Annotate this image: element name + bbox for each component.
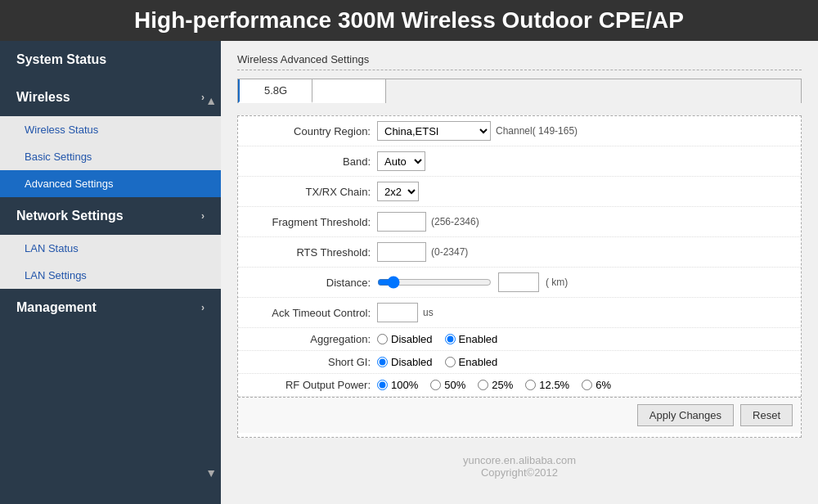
sidebar-item-network-settings[interactable]: Network Settings › bbox=[0, 197, 221, 235]
short-gi-enabled-label: Enabled bbox=[459, 356, 498, 368]
rf-25-option[interactable]: 25% bbox=[478, 379, 513, 391]
section-title: Wireless Advanced Settings bbox=[237, 53, 802, 70]
scroll-up-icon: ▲ bbox=[205, 94, 217, 107]
rf-6-option[interactable]: 6% bbox=[582, 379, 611, 391]
short-gi-disabled-label: Disabled bbox=[391, 356, 433, 368]
channel-hint: Channel( 149-165) bbox=[496, 125, 578, 137]
reset-button[interactable]: Reset bbox=[740, 404, 793, 426]
txrx-row: TX/RX Chain: 2x2 1x1 bbox=[238, 177, 801, 207]
sidebar-item-lan-settings[interactable]: LAN Settings bbox=[0, 262, 221, 289]
rf-50-radio[interactable] bbox=[430, 380, 441, 390]
sidebar-item-basic-settings[interactable]: Basic Settings bbox=[0, 143, 221, 170]
wireless-submenu: Wireless Status Basic Settings Advanced … bbox=[0, 116, 221, 197]
sidebar-item-lan-status[interactable]: LAN Status bbox=[0, 235, 221, 262]
watermark-text: yuncore.en.alibaba.com bbox=[237, 454, 802, 466]
fragment-row: Fragment Threshold: 2346 (256-2346) bbox=[238, 207, 801, 237]
rf-power-label: RF Output Power: bbox=[246, 379, 377, 391]
aggregation-disabled-radio[interactable] bbox=[377, 334, 388, 344]
short-gi-enabled-option[interactable]: Enabled bbox=[445, 356, 498, 368]
sidebar-item-management[interactable]: Management › bbox=[0, 289, 221, 326]
country-region-select[interactable]: China,ETSI United States,FCC bbox=[377, 121, 491, 141]
rf-12-option[interactable]: 12.5% bbox=[525, 379, 569, 391]
rf-25-radio[interactable] bbox=[478, 380, 488, 390]
distance-input[interactable]: 3.2 bbox=[498, 272, 539, 292]
rts-control: 2347 (0-2347) bbox=[377, 242, 793, 262]
short-gi-label: Short GI: bbox=[246, 356, 377, 368]
short-gi-control: Disabled Enabled bbox=[377, 356, 793, 368]
tab-bar: 5.8G bbox=[237, 79, 802, 103]
form-area: Country Region: China,ETSI United States… bbox=[237, 115, 802, 438]
sidebar-system-status-label: System Status bbox=[16, 52, 106, 67]
scroll-down-icon: ▼ bbox=[205, 466, 217, 479]
lan-status-label: LAN Status bbox=[25, 242, 79, 254]
rf-50-label: 50% bbox=[444, 379, 465, 391]
advanced-settings-label: Advanced Settings bbox=[25, 178, 113, 190]
rf-power-row: RF Output Power: 100% 50% 25 bbox=[238, 374, 801, 397]
fragment-control: 2346 (256-2346) bbox=[377, 212, 793, 232]
sidebar: ▲ System Status Wireless › Wireless Stat… bbox=[0, 41, 221, 504]
txrx-label: TX/RX Chain: bbox=[246, 186, 377, 198]
content-area: Wireless Advanced Settings 5.8G Country … bbox=[221, 41, 818, 504]
rf-12-radio[interactable] bbox=[525, 380, 536, 390]
short-gi-disabled-option[interactable]: Disabled bbox=[377, 356, 433, 368]
aggregation-row: Aggregation: Disabled Enabled bbox=[238, 328, 801, 351]
network-submenu: LAN Status LAN Settings bbox=[0, 235, 221, 289]
rts-label: RTS Threshold: bbox=[246, 246, 377, 259]
country-region-label: Country Region: bbox=[246, 125, 377, 137]
rf-100-option[interactable]: 100% bbox=[377, 379, 418, 391]
rf-6-radio[interactable] bbox=[582, 380, 592, 390]
sidebar-network-label: Network Settings bbox=[16, 209, 124, 223]
txrx-control: 2x2 1x1 bbox=[377, 182, 793, 201]
ack-input[interactable]: 64 bbox=[377, 303, 418, 322]
rf-radio-group: 100% 50% 25% 12.5% bbox=[377, 379, 611, 391]
rf-50-option[interactable]: 50% bbox=[430, 379, 465, 391]
short-gi-radio-group: Disabled Enabled bbox=[377, 356, 497, 368]
aggregation-enabled-option[interactable]: Enabled bbox=[445, 333, 498, 345]
txrx-select[interactable]: 2x2 1x1 bbox=[377, 182, 419, 201]
wireless-status-label: Wireless Status bbox=[25, 124, 98, 136]
aggregation-enabled-radio[interactable] bbox=[445, 334, 456, 344]
band-row: Band: Auto 11a 11n 11an bbox=[238, 146, 801, 177]
ack-row: Ack Timeout Control: 64 us bbox=[238, 298, 801, 328]
copyright-text: Copyright©2012 bbox=[237, 466, 802, 479]
sidebar-item-wireless[interactable]: Wireless › bbox=[0, 79, 221, 116]
rf-6-label: 6% bbox=[596, 379, 611, 391]
ack-control: 64 us bbox=[377, 303, 793, 322]
tab-2[interactable] bbox=[312, 79, 386, 103]
sidebar-item-system-status[interactable]: System Status bbox=[0, 41, 221, 79]
apply-button[interactable]: Apply Changes bbox=[637, 404, 734, 426]
chevron-right-icon: › bbox=[201, 92, 204, 103]
rts-hint: (0-2347) bbox=[431, 246, 468, 258]
distance-unit: ( km) bbox=[546, 277, 568, 288]
tab-2-label bbox=[337, 84, 361, 97]
aggregation-label: Aggregation: bbox=[246, 333, 377, 345]
ack-label: Ack Timeout Control: bbox=[246, 307, 377, 319]
chevron-right-icon3: › bbox=[201, 302, 204, 313]
lan-settings-label: LAN Settings bbox=[25, 269, 87, 281]
aggregation-disabled-option[interactable]: Disabled bbox=[377, 333, 433, 345]
button-row: Apply Changes Reset bbox=[238, 397, 801, 433]
sidebar-item-advanced-settings[interactable]: Advanced Settings bbox=[0, 170, 221, 197]
rf-100-radio[interactable] bbox=[377, 380, 388, 390]
sidebar-item-wireless-status[interactable]: Wireless Status bbox=[0, 116, 221, 143]
rts-input[interactable]: 2347 bbox=[377, 242, 426, 262]
aggregation-enabled-label: Enabled bbox=[459, 333, 498, 345]
band-label: Band: bbox=[246, 155, 377, 168]
rf-12-label: 12.5% bbox=[539, 379, 569, 391]
sidebar-management-label: Management bbox=[16, 300, 97, 315]
distance-slider[interactable] bbox=[377, 276, 492, 289]
basic-settings-label: Basic Settings bbox=[25, 151, 92, 163]
short-gi-enabled-radio[interactable] bbox=[445, 357, 456, 367]
rf-100-label: 100% bbox=[391, 379, 418, 391]
ack-unit: us bbox=[423, 307, 434, 318]
chevron-right-icon2: › bbox=[201, 210, 204, 222]
short-gi-disabled-radio[interactable] bbox=[377, 357, 388, 367]
distance-control: 3.2 ( km) bbox=[377, 272, 793, 292]
slider-container: 3.2 ( km) bbox=[377, 272, 568, 292]
rts-row: RTS Threshold: 2347 (0-2347) bbox=[238, 237, 801, 268]
country-region-control: China,ETSI United States,FCC Channel( 14… bbox=[377, 121, 793, 141]
fragment-hint: (256-2346) bbox=[431, 216, 479, 227]
fragment-input[interactable]: 2346 bbox=[377, 212, 426, 232]
tab-5.8g[interactable]: 5.8G bbox=[238, 79, 312, 103]
band-select[interactable]: Auto 11a 11n 11an bbox=[377, 151, 425, 171]
